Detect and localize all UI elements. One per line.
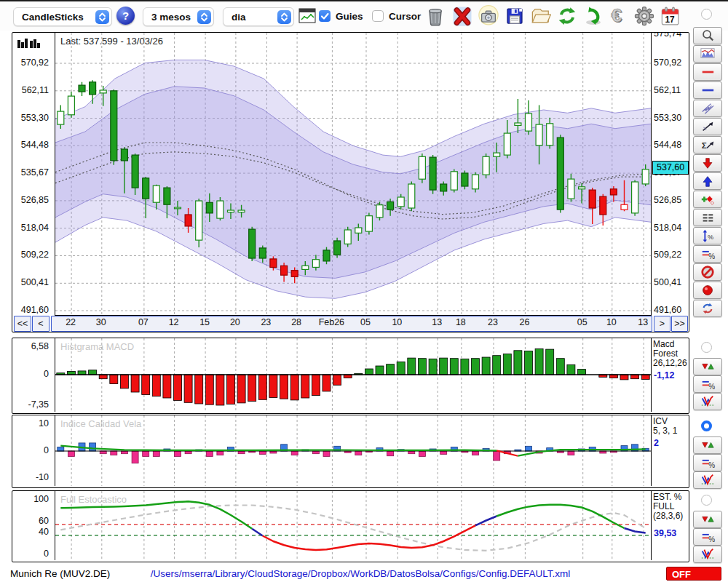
app-window: CandleSticks ? 3 mesos dia Guies Cursor (0, 0, 728, 582)
open-button[interactable] (529, 5, 551, 27)
instrument-label: Munich Re (MUV2.DE) (10, 568, 110, 579)
axis-label: 0 (12, 445, 52, 455)
channel-tool-button[interactable] (693, 100, 722, 117)
stoch-svg (55, 491, 651, 560)
rangepct-icon: % (698, 228, 717, 243)
refresh-arrows-button[interactable] (693, 300, 722, 317)
svg-text:%: % (708, 234, 713, 241)
trash-icon (424, 5, 446, 27)
red-line-tool-button[interactable] (693, 63, 722, 81)
off-toggle-button[interactable]: OFF (666, 567, 721, 581)
updown-icon (698, 512, 717, 527)
up-icon (698, 174, 717, 188)
date-label: 12 (158, 317, 190, 327)
macd-current-value: -1,12 (654, 370, 675, 380)
macd-plot-area[interactable] (55, 338, 652, 412)
addsig-icon (698, 192, 717, 207)
macd-panel-radio[interactable] (701, 342, 712, 353)
axis-label: -10 (12, 472, 52, 482)
macd-curves-button[interactable] (693, 393, 722, 410)
stoch-lines-percent-button[interactable]: % (693, 528, 722, 546)
icv-info: ICV 5, 3, 1 (653, 417, 689, 436)
refresh2-icon (698, 301, 717, 316)
config-path-link[interactable]: /Users/mserra/Library/CloudStorage/Dropb… (109, 568, 612, 579)
icv-panel: Indice Calidad Vela 100-10 ICV 5, 3, 1 2 (12, 415, 689, 488)
sell-arrow-tool-button[interactable] (693, 154, 722, 172)
axis-label: 544,48 (654, 140, 681, 150)
trash-button[interactable] (424, 5, 446, 27)
stoch-plot-area[interactable] (55, 491, 652, 560)
date-label: 07 (127, 317, 159, 327)
macd-lines-percent-button[interactable]: % (693, 375, 722, 393)
help-button[interactable]: ? (116, 7, 135, 25)
blueline-icon (698, 83, 717, 97)
period-select[interactable]: 3 mesos (143, 7, 214, 26)
nav-fast-back-button[interactable]: << (14, 316, 31, 332)
lines-percent-tool-button[interactable]: % (693, 245, 722, 263)
axis-label: 544,48 (12, 140, 52, 150)
cursor-checkbox[interactable] (372, 10, 384, 22)
sigma-icon: Σ (698, 137, 717, 152)
settings-button[interactable] (633, 5, 655, 27)
icv-panel-radio[interactable] (701, 420, 712, 431)
date-label: 20 (219, 317, 251, 327)
icv-curves-button[interactable] (693, 471, 722, 489)
axis-label: 0 (12, 369, 52, 379)
icv-bars (58, 443, 649, 463)
blue-line-tool-button[interactable] (693, 81, 722, 99)
stoch-curves-button[interactable] (693, 546, 722, 563)
axis-label: 500,41 (12, 277, 52, 287)
stoch-k-line (60, 501, 645, 550)
add-signal-tool-button[interactable] (693, 191, 722, 208)
main-plot-area[interactable] (55, 33, 652, 316)
main-chart-panel: Last: 537.599 - 13/03/26 570,92562,11553… (12, 32, 689, 332)
levels-icon (698, 210, 717, 225)
histogram-toggle-button[interactable] (17, 36, 46, 51)
buy-arrow-tool-button[interactable] (693, 172, 722, 190)
currency-button[interactable]: €€ (608, 5, 630, 27)
interval-select[interactable]: dia (223, 7, 294, 26)
linespct-icon: % (698, 455, 717, 470)
range-percent-tool-button[interactable]: % (693, 227, 722, 244)
icv-plot-area[interactable] (55, 415, 652, 486)
stochastic-panel: Full Estocastico 10060400 EST. % FULL (2… (12, 490, 689, 562)
calendar-button[interactable]: 17 (659, 5, 681, 27)
axis-label: 40 (12, 527, 52, 537)
trendline-tool-button[interactable] (693, 118, 722, 135)
record-button[interactable] (693, 282, 722, 299)
zoom-tool-button[interactable] (693, 27, 722, 44)
stoch-signals-button[interactable] (693, 511, 722, 528)
record-icon (698, 283, 717, 298)
indicator-panel-button[interactable] (693, 45, 722, 63)
sum-trendline-tool-button[interactable]: Σ (693, 136, 722, 154)
icv-signals-button[interactable] (693, 436, 722, 454)
refresh-button[interactable] (556, 5, 578, 27)
save-button[interactable] (504, 5, 526, 27)
snapshot-button[interactable] (478, 5, 499, 27)
date-label: 18 (445, 317, 477, 327)
levels-tool-button[interactable] (693, 209, 722, 226)
euro-icon: €€ (608, 5, 630, 27)
mini-chart-button[interactable] (298, 8, 316, 24)
stoch-panel-radio[interactable] (701, 495, 712, 506)
guies-checkbox[interactable] (319, 10, 331, 22)
nav-forward-button[interactable]: > (654, 316, 670, 332)
delete-button[interactable] (451, 5, 473, 27)
axis-label: 526,85 (654, 195, 681, 205)
macd-svg (55, 338, 651, 412)
sync-button[interactable] (582, 5, 604, 27)
nav-fast-forward-button[interactable]: >> (671, 316, 688, 332)
axis-label: 6,58 (12, 341, 52, 351)
axis-label: 491,60 (12, 305, 52, 315)
nav-back-button[interactable]: < (32, 316, 50, 332)
macd-signals-button[interactable] (693, 358, 722, 375)
axis-label: -7,35 (12, 399, 52, 410)
axis-label: 509,22 (12, 250, 52, 260)
curves-icon (698, 394, 717, 409)
forbid-tool-button[interactable] (693, 263, 722, 281)
svg-text:Σ: Σ (702, 140, 707, 151)
icv-lines-percent-button[interactable]: % (693, 454, 722, 471)
chart-type-select[interactable]: CandleSticks (13, 7, 112, 26)
updown-icon (698, 438, 717, 453)
main-panel-radio[interactable] (701, 9, 712, 20)
